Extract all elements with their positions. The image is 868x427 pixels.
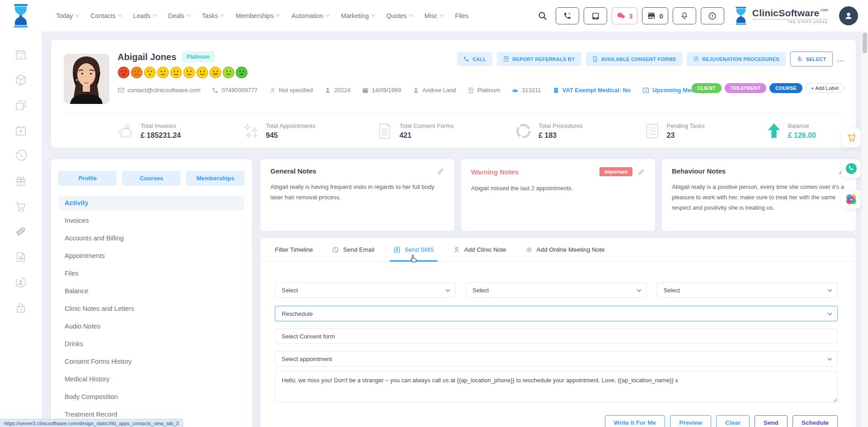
- nav-files[interactable]: Files: [455, 12, 469, 19]
- select-button[interactable]: SELECT: [790, 52, 833, 66]
- page-scrollbar[interactable]: [862, 32, 868, 427]
- nav-today[interactable]: Today: [56, 12, 79, 19]
- person-sync-icon[interactable]: [15, 277, 27, 288]
- calendar-import-icon[interactable]: [15, 125, 27, 136]
- basket-float-button[interactable]: [842, 128, 861, 147]
- calendar-icon[interactable]: 12: [15, 49, 27, 61]
- sidebar-item-drinks[interactable]: Drinks: [58, 337, 245, 351]
- stat-total-consent-forms: Total Consent Forms421: [377, 122, 453, 140]
- help-button[interactable]: ?: [701, 7, 724, 24]
- sidebar-item-activity[interactable]: Activity: [58, 196, 245, 210]
- sidebar-item-clinic-notes-and-letters[interactable]: Clinic Notes and Letters: [58, 301, 245, 316]
- mood-emoji-icon[interactable]: [131, 66, 143, 79]
- client-phone[interactable]: 07490009777: [212, 87, 258, 94]
- mood-emoji-icon[interactable]: [222, 66, 235, 79]
- gift-icon[interactable]: [15, 175, 27, 187]
- select-dropdown-1[interactable]: Select: [275, 282, 456, 298]
- person-outline-icon: [453, 246, 460, 253]
- notifications-button[interactable]: [673, 7, 696, 24]
- select-dropdown-3[interactable]: Select: [657, 282, 838, 298]
- mood-emoji-icon[interactable]: [236, 66, 248, 79]
- chevron-down-icon: [326, 12, 330, 17]
- label-client[interactable]: CLIENT: [692, 83, 722, 93]
- mood-emoji-icon[interactable]: [209, 66, 222, 79]
- mood-emoji-icon[interactable]: [144, 66, 156, 79]
- phone-button[interactable]: [556, 7, 579, 24]
- nav-misc[interactable]: Misc: [425, 12, 443, 19]
- appointment-select[interactable]: Select appointment: [275, 351, 838, 366]
- nav-label: Automation: [291, 12, 323, 19]
- label-treatment[interactable]: TREATMENT: [725, 83, 767, 93]
- clear-button[interactable]: Clear: [716, 415, 750, 427]
- history-icon[interactable]: [15, 150, 27, 162]
- chat-button[interactable]: 3: [612, 7, 637, 24]
- send-button[interactable]: Send: [755, 415, 788, 427]
- more-options-button[interactable]: ...: [837, 56, 844, 63]
- sidebar-item-body-composition[interactable]: Body Composition: [58, 389, 245, 404]
- rejuvenation-procedures-button[interactable]: REJUVENATION PROCEDURES: [687, 52, 786, 66]
- schedule-button[interactable]: Schedule: [793, 415, 838, 427]
- select-dropdown-2[interactable]: Select: [466, 282, 646, 298]
- inbox-button[interactable]: [584, 7, 607, 24]
- ai-assistant-float-button[interactable]: AI: [842, 190, 861, 209]
- sidebar-item-balance[interactable]: Balance: [58, 284, 245, 298]
- nav-tasks[interactable]: Tasks: [202, 12, 224, 19]
- mood-emoji-icon[interactable]: [183, 66, 195, 79]
- tab-send-sms[interactable]: Send SMS: [393, 238, 434, 261]
- call-button[interactable]: CALL: [457, 52, 492, 66]
- tab-send-email[interactable]: Send Email: [332, 238, 374, 261]
- whatsapp-float-button[interactable]: [842, 159, 861, 178]
- template-select[interactable]: Reschedule: [275, 306, 838, 321]
- cart-icon[interactable]: [15, 201, 27, 212]
- nav-deals[interactable]: Deals: [168, 12, 190, 19]
- nav-leads[interactable]: Leads: [133, 12, 156, 19]
- sidebar-item-invoices[interactable]: Invoices: [58, 213, 245, 228]
- sidebar-item-files[interactable]: Files: [58, 266, 245, 281]
- edit-pencil-icon[interactable]: [638, 168, 645, 175]
- document-icon: [503, 56, 509, 62]
- tab-memberships[interactable]: Memberships: [186, 171, 245, 186]
- chevron-down-icon: [439, 12, 444, 17]
- report-icon[interactable]: [15, 251, 27, 263]
- mood-emoji-icon[interactable]: [196, 66, 208, 79]
- search-button[interactable]: [538, 11, 547, 21]
- sidebar-item-medical-history[interactable]: Medical History: [58, 372, 245, 386]
- edit-pencil-icon[interactable]: [437, 168, 444, 175]
- tab-filter-timeline[interactable]: Filter Timeline: [275, 238, 313, 261]
- mood-emoji-icon[interactable]: [157, 66, 169, 79]
- nav-quotes[interactable]: Quotes: [387, 12, 413, 19]
- tab-profile[interactable]: Profile: [58, 171, 117, 186]
- label-course[interactable]: COURSE: [769, 83, 802, 93]
- write-it-for-me-button[interactable]: Write It For Me: [605, 415, 665, 427]
- discount-tag-icon[interactable]: [15, 226, 27, 238]
- sms-message-textarea[interactable]: Hello, we miss you! Don't be a stranger …: [275, 371, 838, 403]
- nav-memberships[interactable]: Memberships: [236, 12, 279, 19]
- tab-courses[interactable]: Courses: [122, 171, 180, 186]
- nav-marketing[interactable]: Marketing: [341, 12, 374, 19]
- sidebar-item-appointments[interactable]: Appointments: [58, 249, 245, 263]
- lock-icon[interactable]: [15, 302, 27, 314]
- report-referrals-button[interactable]: REPORT REFERRALS BY: [497, 52, 581, 66]
- nav-contacts[interactable]: Contacts: [90, 12, 121, 19]
- client-email[interactable]: contact@clinicsoftware.com: [118, 87, 200, 94]
- nav-automation[interactable]: Automation: [291, 12, 329, 19]
- app-logo[interactable]: [0, 0, 42, 32]
- consent-form-select[interactable]: Select Consent form: [275, 328, 838, 344]
- preview-button[interactable]: Preview: [670, 415, 711, 427]
- package-icon[interactable]: [15, 74, 27, 86]
- tab-add-clinic-note[interactable]: Add Clinic Note: [453, 238, 506, 261]
- notes-row: General Notes Abigail really is having f…: [260, 159, 856, 231]
- client-vat-status[interactable]: VAT Exempt Medical: No: [553, 87, 631, 94]
- available-consent-forms-button[interactable]: AVAILABLE CONSENT FORMS: [586, 52, 683, 66]
- copy-icon[interactable]: [15, 99, 27, 111]
- basket-button[interactable]: 0: [642, 7, 668, 24]
- mood-emoji-icon[interactable]: [170, 66, 182, 79]
- tab-add-online-meeting-note[interactable]: Add Online Meeting Note: [525, 238, 605, 261]
- user-avatar[interactable]: [839, 6, 858, 25]
- sidebar-item-audio-notes[interactable]: Audio Notes: [58, 319, 245, 333]
- add-label-button[interactable]: + Add Label: [806, 83, 844, 93]
- scrollbar-thumb[interactable]: [863, 33, 867, 53]
- sidebar-item-consent-forms-history[interactable]: Consent Forms History: [58, 354, 245, 369]
- sidebar-item-accounts-and-billing[interactable]: Accounts and Billing: [58, 231, 245, 245]
- mood-emoji-icon[interactable]: [118, 66, 130, 79]
